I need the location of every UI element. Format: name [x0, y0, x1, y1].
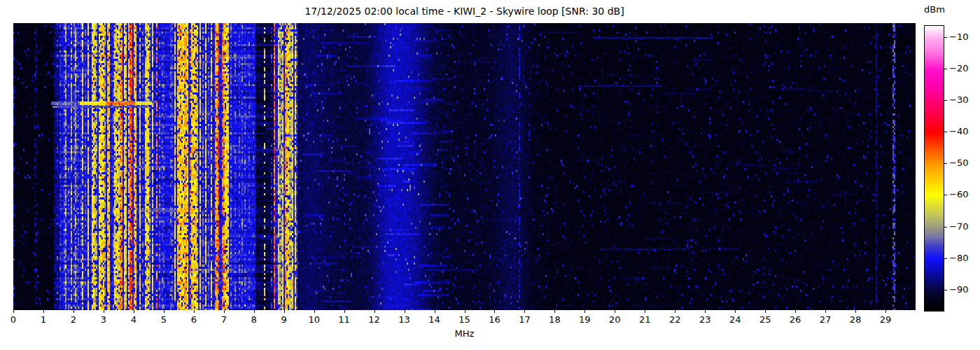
x-tick-label: 27: [813, 314, 837, 325]
x-tick-mark: [886, 310, 886, 313]
x-tick-label: 23: [693, 314, 717, 325]
colorbar-tick-label: −50: [949, 158, 977, 168]
x-tick-mark: [405, 310, 405, 313]
x-tick-mark: [645, 310, 645, 313]
x-tick-mark: [465, 310, 465, 313]
x-tick-label: 11: [332, 314, 356, 325]
x-tick-mark: [705, 310, 706, 313]
colorbar-tick-mark: [944, 69, 947, 69]
x-tick-mark: [584, 310, 585, 313]
x-tick-mark: [435, 310, 435, 313]
x-tick-label: 12: [363, 314, 386, 325]
x-tick-label: 24: [723, 314, 747, 325]
x-tick-label: 7: [212, 314, 236, 325]
colorbar-tick-mark: [944, 100, 947, 101]
x-tick-mark: [194, 310, 195, 313]
x-tick-label: 5: [152, 314, 176, 325]
x-tick-label: 2: [62, 314, 85, 325]
spectrogram-figure: 17/12/2025 02:00 local time - KIWI_2 - S…: [0, 0, 980, 350]
x-tick-label: 13: [393, 314, 416, 325]
colorbar-tick-mark: [944, 163, 947, 164]
x-tick-label: 20: [603, 314, 626, 325]
x-tick-mark: [314, 310, 315, 313]
x-tick-label: 1: [31, 314, 55, 325]
x-tick-label: 10: [302, 314, 326, 325]
x-tick-mark: [675, 310, 676, 313]
colorbar-tick-label: −80: [949, 253, 977, 263]
colorbar-tick-mark: [944, 132, 947, 132]
x-tick-label: 17: [512, 314, 536, 325]
x-tick-label: 26: [783, 314, 807, 325]
x-tick-label: 8: [242, 314, 266, 325]
x-tick-label: 0: [1, 314, 25, 325]
x-tick-label: 29: [874, 314, 897, 325]
x-tick-label: 14: [423, 314, 447, 325]
colorbar-unit-label: dBm: [914, 4, 955, 15]
colorbar-tick-label: −90: [949, 284, 977, 295]
x-tick-mark: [344, 310, 345, 313]
x-tick-mark: [254, 310, 255, 313]
colorbar-tick-mark: [944, 227, 947, 227]
colorbar-tick-label: −30: [949, 94, 977, 105]
colorbar-tick-label: −20: [949, 63, 977, 74]
x-tick-label: 19: [573, 314, 596, 325]
x-tick-mark: [224, 310, 225, 313]
chart-title: 17/12/2025 02:00 local time - KIWI_2 - S…: [13, 4, 916, 18]
x-tick-label: 25: [753, 314, 777, 325]
x-tick-mark: [74, 310, 74, 313]
x-tick-mark: [104, 310, 104, 313]
colorbar-tick-label: −70: [949, 221, 977, 232]
x-tick-mark: [765, 310, 766, 313]
x-tick-mark: [795, 310, 796, 313]
x-tick-mark: [13, 310, 14, 313]
x-tick-label: 3: [92, 314, 115, 325]
colorbar-tick-label: −40: [949, 126, 977, 136]
waterfall-heatmap: [13, 23, 916, 310]
x-tick-label: 21: [633, 314, 657, 325]
x-tick-mark: [554, 310, 555, 313]
x-tick-label: 18: [542, 314, 566, 325]
x-tick-label: 15: [453, 314, 477, 325]
x-tick-label: 6: [182, 314, 206, 325]
colorbar-tick-mark: [944, 37, 947, 38]
x-tick-mark: [855, 310, 856, 313]
x-tick-label: 28: [844, 314, 867, 325]
x-tick-mark: [134, 310, 134, 313]
colorbar-tick-mark: [944, 195, 947, 195]
x-tick-label: 4: [122, 314, 146, 325]
x-tick-mark: [615, 310, 615, 313]
colorbar-gradient: [924, 25, 944, 312]
x-tick-mark: [164, 310, 164, 313]
x-axis-label: MHz: [13, 328, 916, 339]
x-tick-label: 9: [272, 314, 296, 325]
x-tick-mark: [494, 310, 495, 313]
x-tick-mark: [43, 310, 44, 313]
colorbar-tick-label: −10: [949, 31, 977, 42]
x-tick-label: 16: [482, 314, 506, 325]
x-tick-mark: [284, 310, 285, 313]
colorbar-tick-label: −60: [949, 189, 977, 200]
x-tick-mark: [524, 310, 525, 313]
colorbar-tick-mark: [944, 290, 947, 290]
x-tick-mark: [735, 310, 736, 313]
colorbar-tick-mark: [944, 258, 947, 259]
x-tick-mark: [374, 310, 375, 313]
x-tick-label: 22: [663, 314, 687, 325]
x-tick-mark: [825, 310, 826, 313]
